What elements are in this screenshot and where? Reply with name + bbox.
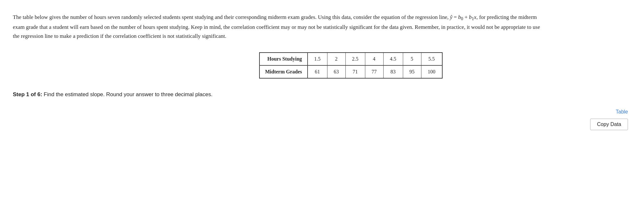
grade-val-2: 63 — [327, 65, 345, 78]
step-number: Step 1 of 6: — [13, 91, 42, 97]
midterm-grades-header: Midterm Grades — [259, 65, 307, 78]
hours-val-2: 2 — [327, 53, 345, 65]
grade-val-6: 95 — [403, 65, 421, 78]
page-container: The table below gives the number of hour… — [0, 0, 644, 210]
hours-val-6: 5 — [403, 53, 421, 65]
grade-val-4: 77 — [365, 65, 383, 78]
hours-val-4: 4 — [365, 53, 383, 65]
hours-studying-header: Hours Studying — [259, 53, 307, 65]
grade-val-5: 83 — [383, 65, 403, 78]
grade-val-3: 71 — [345, 65, 365, 78]
step-detail: Find the estimated slope. Round your ans… — [42, 91, 213, 97]
intro-paragraph: The table below gives the number of hour… — [13, 13, 542, 41]
table-section: Hours Studying 1.5 2 2.5 4 4.5 5 5.5 Mid… — [13, 52, 625, 79]
hours-val-1: 1.5 — [308, 53, 327, 65]
step-instruction: Step 1 of 6: Find the estimated slope. R… — [13, 91, 625, 98]
hours-val-5: 4.5 — [383, 53, 403, 65]
table-row-hours: Hours Studying 1.5 2 2.5 4 4.5 5 5.5 — [259, 53, 442, 65]
right-panel: Table Copy Data — [590, 109, 628, 130]
grade-val-7: 100 — [421, 65, 442, 78]
copy-data-button[interactable]: Copy Data — [590, 119, 628, 130]
hours-val-3: 2.5 — [345, 53, 365, 65]
table-label[interactable]: Table — [616, 109, 628, 115]
table-row-grades: Midterm Grades 61 63 71 77 83 95 100 — [259, 65, 442, 78]
data-table: Hours Studying 1.5 2 2.5 4 4.5 5 5.5 Mid… — [259, 52, 442, 79]
grade-val-1: 61 — [308, 65, 327, 78]
hours-val-7: 5.5 — [421, 53, 442, 65]
